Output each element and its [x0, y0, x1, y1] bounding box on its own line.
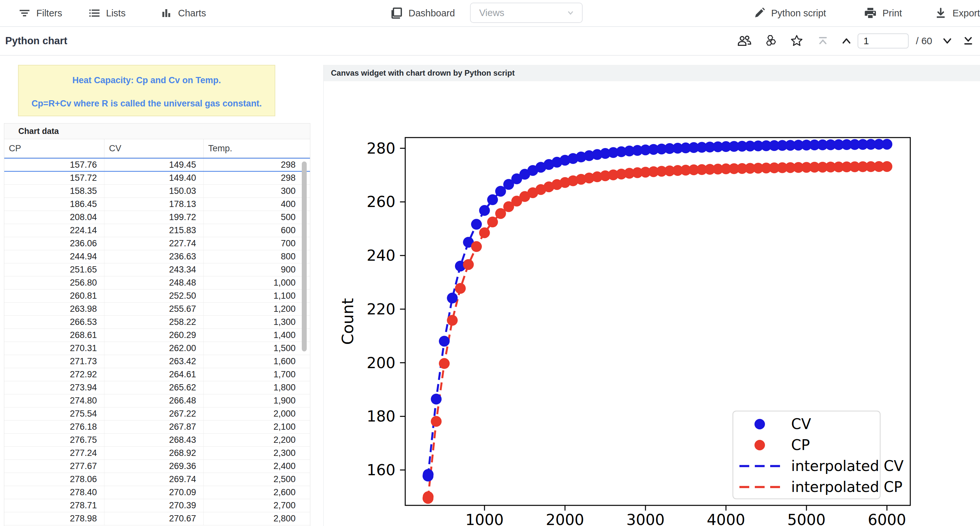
charts-button[interactable]: Charts — [160, 0, 206, 26]
filters-label: Filters — [37, 8, 62, 19]
y-tick-label: 200 — [367, 354, 395, 372]
users-button[interactable] — [737, 34, 751, 48]
table-row[interactable]: 236.06227.74700 — [4, 237, 310, 250]
x-tick-label: 2000 — [546, 511, 584, 526]
cell-cp: 260.81 — [4, 290, 104, 302]
views-selected-value: Views — [479, 8, 566, 18]
cv-point — [471, 219, 482, 230]
y-tick-label: 260 — [367, 193, 395, 210]
next-page-button[interactable] — [940, 34, 955, 48]
cell-cp: 277.67 — [4, 460, 104, 473]
cell-temp: 2,600 — [204, 486, 310, 499]
print-button[interactable]: Print — [864, 0, 902, 26]
top-toolbar: Filters Lists Charts Dashboard — [0, 0, 980, 27]
table-row[interactable]: 277.24268.922,300 — [4, 447, 310, 460]
cell-cv: 248.48 — [104, 276, 204, 289]
cell-temp: 1,900 — [204, 394, 310, 407]
table-row[interactable]: 158.35150.03300 — [4, 185, 310, 198]
page-title: Python chart — [5, 27, 67, 55]
table-row[interactable]: 186.45178.13400 — [4, 198, 310, 211]
cell-cp: 276.75 — [4, 434, 104, 446]
note-line-1: Heat Capacity: Cp and Cv on Temp. — [19, 75, 275, 86]
cp-point — [881, 161, 892, 172]
table-row[interactable]: 157.72149.40298 — [4, 172, 310, 185]
cell-temp: 2,800 — [204, 512, 310, 525]
lists-button[interactable]: Lists — [88, 0, 126, 26]
cell-temp: 2,500 — [204, 473, 310, 486]
chevron-down-icon — [940, 34, 955, 48]
pencil-icon — [753, 6, 766, 20]
x-tick-label: 1000 — [465, 511, 504, 526]
table-row[interactable]: 244.94236.63800 — [4, 250, 310, 263]
cell-cp: 157.76 — [4, 158, 104, 171]
cell-cp: 278.40 — [4, 486, 104, 499]
table-row[interactable]: 276.18267.872,100 — [4, 421, 310, 434]
cell-cv: 268.92 — [104, 447, 204, 459]
jump-to-last-button[interactable] — [961, 34, 975, 48]
x-tick-label: 4000 — [707, 511, 745, 526]
table-row[interactable]: 157.76149.45298 — [4, 158, 310, 172]
table-row[interactable]: 263.98255.671,200 — [4, 303, 310, 316]
cell-temp: 298 — [204, 158, 310, 171]
python-chart-canvas: 1601802002202402602801000200030004000500… — [324, 65, 980, 526]
cell-cp: 271.73 — [4, 355, 104, 368]
dashboard-button[interactable]: Dashboard — [390, 0, 455, 26]
cell-temp: 2,200 — [204, 434, 310, 446]
table-row[interactable]: 260.81252.501,100 — [4, 290, 310, 303]
table-row[interactable]: 276.75268.432,200 — [4, 434, 310, 447]
cell-cp: 244.94 — [4, 250, 104, 263]
table-scrollbar-thumb[interactable] — [302, 161, 307, 351]
cell-cv: 270.09 — [104, 486, 204, 499]
python-script-label: Python script — [771, 8, 826, 19]
cell-temp: 1,000 — [204, 276, 310, 289]
export-button[interactable]: Export — [934, 0, 980, 26]
cell-temp: 2,000 — [204, 407, 310, 420]
table-row[interactable]: 273.94265.621,800 — [4, 381, 310, 394]
jump-to-first-button[interactable] — [816, 34, 830, 48]
table-row[interactable]: 266.53258.221,300 — [4, 316, 310, 329]
table-row[interactable]: 270.31262.001,500 — [4, 342, 310, 355]
table-row[interactable]: 274.80266.481,900 — [4, 394, 310, 407]
collapse-bottom-icon — [961, 34, 975, 48]
cell-temp: 2,700 — [204, 499, 310, 512]
cp-point — [423, 491, 434, 502]
page-number-input[interactable] — [858, 33, 908, 48]
table-row[interactable]: 278.98270.672,800 — [4, 512, 310, 525]
table-row[interactable]: 224.14215.83600 — [4, 224, 310, 237]
table-row[interactable]: 271.73263.421,600 — [4, 355, 310, 368]
table-row[interactable]: 278.40270.092,600 — [4, 486, 310, 499]
cell-cp: 272.92 — [4, 368, 104, 381]
table-body: 157.76149.45298157.72149.40298158.35150.… — [4, 158, 310, 525]
table-row[interactable]: 256.80248.481,000 — [4, 276, 310, 290]
cell-cv: 178.13 — [104, 198, 204, 210]
column-header-cv[interactable]: CV — [104, 139, 204, 158]
cell-cv: 215.83 — [104, 224, 204, 237]
views-select[interactable]: Views — [470, 3, 582, 23]
column-header-temp[interactable]: Temp. — [204, 139, 310, 158]
previous-page-button[interactable] — [839, 34, 854, 48]
column-header-cp[interactable]: CP — [4, 139, 104, 158]
cell-cv: 263.42 — [104, 355, 204, 368]
table-row[interactable]: 278.06269.742,500 — [4, 473, 310, 486]
legend-label: interpolated CP — [791, 478, 902, 495]
molecule-button[interactable] — [764, 34, 778, 48]
note-box: Heat Capacity: Cp and Cv on Temp. Cp=R+C… — [18, 65, 275, 116]
table-row[interactable]: 278.71270.392,700 — [4, 499, 310, 512]
table-row[interactable]: 272.92264.611,700 — [4, 368, 310, 381]
favorite-button[interactable] — [789, 34, 804, 48]
cell-cp: 275.54 — [4, 407, 104, 420]
table-row[interactable]: 251.65243.34900 — [4, 263, 310, 276]
python-script-button[interactable]: Python script — [753, 0, 826, 26]
cell-temp: 500 — [204, 211, 310, 224]
table-row[interactable]: 275.54267.222,000 — [4, 407, 310, 421]
table-row[interactable]: 268.61260.291,400 — [4, 329, 310, 342]
table-row[interactable]: 208.04199.72500 — [4, 211, 310, 224]
print-label: Print — [883, 8, 902, 19]
cell-cp: 268.61 — [4, 329, 104, 342]
table-row[interactable]: 277.67269.362,400 — [4, 460, 310, 473]
filters-button[interactable]: Filters — [18, 0, 62, 26]
chevron-up-icon — [839, 34, 854, 48]
y-tick-label: 280 — [367, 140, 395, 157]
cv-point — [439, 336, 450, 346]
collapse-top-icon — [816, 34, 830, 48]
